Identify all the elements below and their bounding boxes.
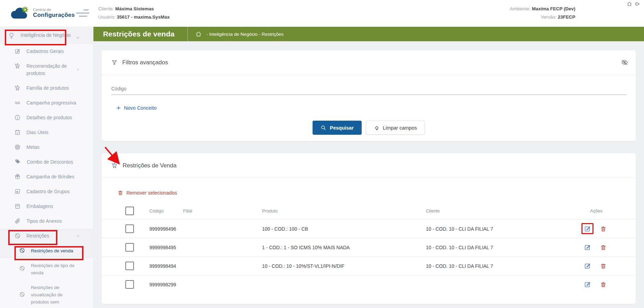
calendar-check-icon xyxy=(14,129,21,135)
sidebar-item-label: Restrições de venda xyxy=(31,247,78,254)
row-checkbox[interactable] xyxy=(125,224,134,233)
cell-cliente: 10 - COD. 10 - CLI DA FILIAL 7 xyxy=(426,226,562,232)
sidebar-item-restricoes-de-tipo-de-venda[interactable]: Restrições de tipo de venda xyxy=(0,258,93,280)
table-header-row: Código Filial Produto Cliente Ações xyxy=(102,202,636,219)
remove-selected-button[interactable]: Remover selecionados xyxy=(117,190,177,196)
app-root: { "topbar": { "logo_line1": "Central de"… xyxy=(0,0,644,308)
column-header-filial: Filial xyxy=(183,208,262,213)
filters-title: Filtros avançados xyxy=(122,59,168,66)
session-info: Cliente: Máxima Sistemas Usuário: 35617 … xyxy=(98,5,170,21)
filters-card: Filtros avançados Novo Conceito xyxy=(102,50,636,141)
page-header: Restrições de venda - Inteligência de Ne… xyxy=(93,27,644,41)
column-header-codigo: Código xyxy=(149,208,183,213)
sidebar-item-tipos-de-anexos[interactable]: Tipos de Anexos xyxy=(0,214,93,229)
sidebar-item-label: Detalhes de produtos xyxy=(26,114,78,121)
breadcrumb: - Inteligência de Negócio - Restrições xyxy=(195,31,283,37)
info-icon xyxy=(14,114,21,121)
sidebar-item-restricoes-de-venda[interactable]: Restrições de venda xyxy=(0,243,93,258)
sidebar-item-label: Restrições de tipo de venda xyxy=(31,262,78,276)
cell-codigo: 9999998495 xyxy=(149,245,183,250)
sidebar-item-label: Campanha progressiva xyxy=(26,99,78,107)
cart-plus-icon xyxy=(14,85,21,91)
chevron-right-icon xyxy=(76,68,80,72)
sidebar-item-metas[interactable]: Metas xyxy=(0,140,93,155)
row-checkbox[interactable] xyxy=(125,280,134,289)
codigo-input[interactable] xyxy=(111,84,626,95)
sidebar-item-combo-de-descontos[interactable]: Combo de Descontos xyxy=(0,155,93,169)
breadcrumb-home-icon[interactable] xyxy=(195,31,202,37)
version-label: Versão: xyxy=(541,14,556,20)
chevron-down-icon xyxy=(76,234,80,238)
table-row: 9999998299 xyxy=(102,275,636,294)
sidebar-toggle-button[interactable] xyxy=(76,9,90,18)
delete-icon[interactable] xyxy=(600,281,607,288)
sale-restrictions-card: Restrições de Venda Remover selecionados… xyxy=(102,153,636,304)
sidebar-item-campanha-de-brindes[interactable]: Campanha de Brindes xyxy=(0,169,93,184)
sidebar-item-restricoes-de-visualizacao[interactable]: Restrições de visualização de produtos s… xyxy=(0,280,93,308)
sidebar-item-familia-de-produtos[interactable]: Família de produtos xyxy=(0,81,93,96)
group-frame-icon xyxy=(14,188,21,195)
clear-fields-button[interactable]: Limpar campos xyxy=(366,121,425,135)
environment-value: Maxima FECP (Dev) xyxy=(532,6,575,11)
sidebar-item-label: Embalagens xyxy=(26,203,78,210)
sidebar-item-cadastro-de-grupos[interactable]: Cadastro de Grupos xyxy=(0,184,93,199)
restrictions-table: Código Filial Produto Cliente Ações 9999… xyxy=(102,202,636,294)
sidebar-item-cadastros-gerais[interactable]: Cadastros Gerais xyxy=(0,44,93,59)
sale-restrictions-title: Restrições de Venda xyxy=(123,162,177,169)
sidebar-item-inteligencia-de-negocio[interactable]: Inteligência de Negócio xyxy=(0,27,93,44)
table-row: 9999998495 1 - COD.: 1 - SO ICMS 10% MAI… xyxy=(102,238,636,256)
edit-icon[interactable] xyxy=(584,244,591,251)
delete-icon[interactable] xyxy=(600,226,607,232)
lightbulb-icon xyxy=(8,32,15,40)
paperclip-icon xyxy=(14,218,21,224)
sidebar-item-embalagens[interactable]: Embalagens xyxy=(0,199,93,214)
new-concept-link[interactable]: Novo Conceito xyxy=(116,105,157,111)
cart-icon xyxy=(111,162,118,169)
sidebar-item-label: Recomendação de produtos xyxy=(26,63,78,77)
gift-icon xyxy=(14,174,21,180)
table-row: 9999998494 10 - COD.: 10 - 10%/ST-VL1/IP… xyxy=(102,256,636,275)
sidebar-item-detalhes-de-produtos[interactable]: Detalhes de produtos xyxy=(0,110,93,125)
sidebar-item-label: Restrições de visualização de produtos s… xyxy=(31,284,78,306)
delete-icon[interactable] xyxy=(600,244,607,251)
column-header-cliente: Cliente xyxy=(426,208,562,213)
delete-icon[interactable] xyxy=(600,263,607,270)
sidebar-item-dias-uteis[interactable]: Dias Úteis xyxy=(0,125,93,140)
edit-icon[interactable] xyxy=(584,225,591,232)
version-value: 23FECP xyxy=(558,14,575,20)
ban-icon xyxy=(19,248,25,253)
ban-icon xyxy=(19,265,25,271)
logout-icon[interactable] xyxy=(634,1,640,7)
row-checkbox[interactable] xyxy=(125,243,134,252)
sidebar-item-recomendacao-de-produtos[interactable]: Recomendação de produtos xyxy=(0,59,93,81)
sidebar-item-label: Restrições xyxy=(26,232,78,240)
sidebar-item-label: Família de produtos xyxy=(26,85,78,92)
sidebar-item-campanha-progressiva[interactable]: Campanha progressiva xyxy=(0,96,93,110)
table-row: 9999998496 100 - COD.: 100 - CB 10 - COD… xyxy=(102,219,636,238)
search-button[interactable]: Pesquisar xyxy=(313,121,361,135)
sidebar-item-label: Cadastro de Grupos xyxy=(26,188,78,195)
page-title: Restrições de venda xyxy=(103,30,174,38)
home-icon[interactable] xyxy=(627,1,632,7)
column-header-acoes: Ações xyxy=(562,208,636,213)
select-all-checkbox[interactable] xyxy=(125,207,134,215)
search-icon xyxy=(320,125,326,131)
column-header-produto: Produto xyxy=(262,208,426,213)
cell-cliente: 10 - COD. 10 - CLI DA FILIAL 7 xyxy=(426,245,562,250)
sidebar-item-label: Campanha de Brindes xyxy=(26,173,78,180)
cell-codigo: 9999998494 xyxy=(149,263,183,269)
waves-icon xyxy=(14,100,21,106)
edit-icon[interactable] xyxy=(584,281,591,288)
client-label: Cliente: xyxy=(98,6,114,11)
sidebar-item-restricoes[interactable]: Restrições xyxy=(0,229,93,243)
edit-icon[interactable] xyxy=(584,262,591,270)
breadcrumb-text: - Inteligência de Negócio - Restrições xyxy=(206,32,283,37)
logo-line2: Configurações xyxy=(33,12,75,19)
eye-off-icon[interactable] xyxy=(621,59,628,66)
clear-fields-label: Limpar campos xyxy=(383,125,417,131)
user-value: 35617 - maxima.SysMax xyxy=(117,14,170,20)
plus-icon xyxy=(116,106,121,110)
row-checkbox[interactable] xyxy=(125,262,134,270)
tags-icon xyxy=(14,159,21,165)
client-value: Máxima Sistemas xyxy=(115,6,154,11)
